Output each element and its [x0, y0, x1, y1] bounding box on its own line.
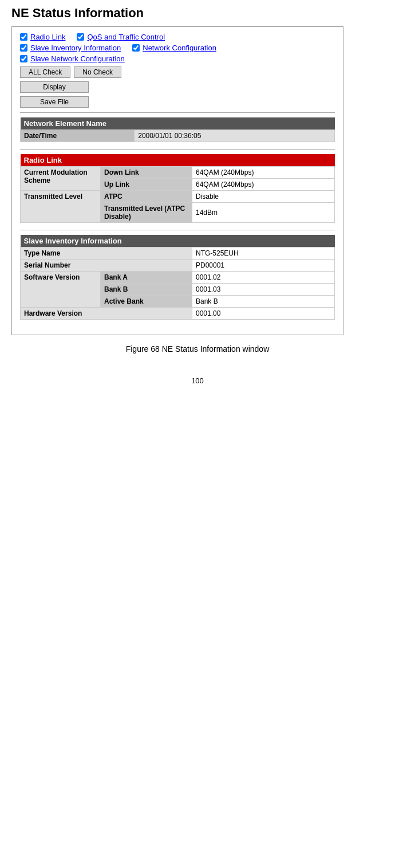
- hardware-version-value: 0001.00: [192, 308, 335, 320]
- serial-number-row: Serial Number PD00001: [21, 260, 335, 272]
- type-name-label: Type Name: [21, 248, 192, 260]
- radio-link-table: Radio Link Current ModulationScheme Down…: [20, 154, 335, 223]
- checkbox-qos[interactable]: QoS and Traffic Control: [77, 33, 165, 41]
- all-check-button[interactable]: ALL Check: [20, 66, 70, 78]
- checkbox-qos-label: QoS and Traffic Control: [87, 33, 165, 41]
- modulation-scheme-label: Current ModulationScheme: [21, 167, 101, 191]
- page-title: NE Status Information: [11, 6, 384, 21]
- slave-inventory-header-row: Slave Inventory Information: [21, 235, 335, 248]
- atpc-label: ATPC: [101, 191, 192, 203]
- checkbox-row-2: Slave Inventory Information Network Conf…: [20, 44, 335, 52]
- checkbox-network-config-input[interactable]: [132, 44, 140, 52]
- active-bank-label: Active Bank: [101, 296, 192, 308]
- no-check-button[interactable]: No Check: [74, 66, 121, 78]
- downlink-label: Down Link: [101, 167, 192, 179]
- network-element-table: Network Element Name Date/Time 2000/01/0…: [20, 117, 335, 142]
- radio-link-header: Radio Link: [21, 154, 335, 167]
- software-version-label: Software Version: [21, 272, 101, 308]
- checkbox-slave-network-input[interactable]: [20, 55, 27, 62]
- display-button[interactable]: Display: [20, 81, 89, 93]
- transmitted-level-atpc-label: Transmitted Level (ATPC Disable): [101, 203, 192, 223]
- network-element-header: Network Element Name: [21, 117, 335, 130]
- uplink-value: 64QAM (240Mbps): [192, 179, 335, 191]
- serial-number-value: PD00001: [192, 260, 335, 272]
- check-button-row: ALL Check No Check: [20, 66, 335, 78]
- active-bank-value: Bank B: [192, 296, 335, 308]
- datetime-label: Date/Time: [21, 130, 135, 142]
- checkbox-slave-inventory-label: Slave Inventory Information: [30, 44, 121, 52]
- checkbox-slave-inventory[interactable]: Slave Inventory Information: [20, 44, 121, 52]
- save-file-button[interactable]: Save File: [20, 96, 89, 108]
- checkbox-network-config[interactable]: Network Configuration: [132, 44, 216, 52]
- page-number: 100: [11, 376, 384, 385]
- checkbox-radio-link[interactable]: Radio Link: [20, 33, 65, 41]
- type-name-row: Type Name NTG-525EUH: [21, 248, 335, 260]
- page-wrapper: NE Status Information Radio Link QoS and…: [0, 0, 395, 408]
- window-panel: Radio Link QoS and Traffic Control Slave…: [11, 26, 343, 335]
- divider-3: [20, 230, 335, 230]
- radio-link-header-row: Radio Link: [21, 154, 335, 167]
- hardware-version-label: Hardware Version: [21, 308, 192, 320]
- transmitted-row-atpc: Transmitted Level ATPC Disable: [21, 191, 335, 203]
- checkbox-qos-input[interactable]: [77, 33, 84, 41]
- divider-2: [20, 149, 335, 150]
- checkbox-slave-inventory-input[interactable]: [20, 44, 27, 52]
- uplink-label: Up Link: [101, 179, 192, 191]
- slave-inventory-header: Slave Inventory Information: [21, 235, 335, 248]
- bank-b-value: 0001.03: [192, 284, 335, 296]
- divider-1: [20, 112, 335, 113]
- atpc-value: Disable: [192, 191, 335, 203]
- bank-a-label: Bank A: [101, 272, 192, 284]
- transmitted-level-atpc-value: 14dBm: [192, 203, 335, 223]
- checkbox-row-3: Slave Network Configuration: [20, 54, 335, 63]
- checkbox-row-1: Radio Link QoS and Traffic Control: [20, 33, 335, 41]
- slave-inventory-table: Slave Inventory Information Type Name NT…: [20, 235, 335, 320]
- network-element-header-row: Network Element Name: [21, 117, 335, 130]
- downlink-value: 64QAM (240Mbps): [192, 167, 335, 179]
- figure-caption: Figure 68 NE Status Information window: [11, 344, 384, 354]
- checkbox-slave-network-label: Slave Network Configuration: [30, 54, 125, 63]
- bank-b-label: Bank B: [101, 284, 192, 296]
- modulation-row-downlink: Current ModulationScheme Down Link 64QAM…: [21, 167, 335, 179]
- datetime-row: Date/Time 2000/01/01 00:36:05: [21, 130, 335, 142]
- checkbox-network-config-label: Network Configuration: [143, 44, 216, 52]
- transmitted-level-label: Transmitted Level: [21, 191, 101, 223]
- serial-number-label: Serial Number: [21, 260, 192, 272]
- display-button-row: Display: [20, 81, 335, 93]
- bank-a-value: 0001.02: [192, 272, 335, 284]
- datetime-value: 2000/01/01 00:36:05: [135, 130, 335, 142]
- software-version-row-banka: Software Version Bank A 0001.02: [21, 272, 335, 284]
- checkbox-radio-link-label: Radio Link: [30, 33, 65, 41]
- checkbox-slave-network[interactable]: Slave Network Configuration: [20, 54, 125, 63]
- checkbox-radio-link-input[interactable]: [20, 33, 27, 41]
- hardware-version-row: Hardware Version 0001.00: [21, 308, 335, 320]
- save-button-row: Save File: [20, 96, 335, 108]
- type-name-value: NTG-525EUH: [192, 248, 335, 260]
